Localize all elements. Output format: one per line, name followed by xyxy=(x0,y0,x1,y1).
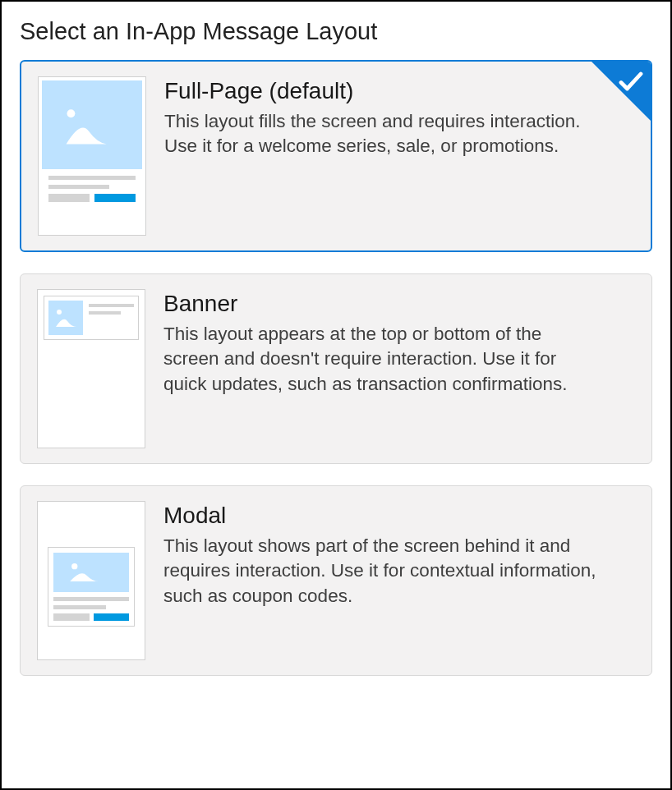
layout-selector-panel: Select an In-App Message Layout xyxy=(0,0,672,790)
option-description: This layout fills the screen and require… xyxy=(164,109,601,159)
layout-option-banner[interactable]: Banner This layout appears at the top or… xyxy=(20,273,652,464)
option-text: Modal This layout shows part of the scre… xyxy=(163,501,635,609)
option-description: This layout appears at the top or bottom… xyxy=(163,322,602,397)
panel-heading: Select an In-App Message Layout xyxy=(20,18,652,45)
option-title: Modal xyxy=(163,503,602,529)
modal-thumbnail xyxy=(37,501,145,660)
layout-option-modal[interactable]: Modal This layout shows part of the scre… xyxy=(20,485,652,676)
svg-point-0 xyxy=(67,109,76,117)
option-title: Banner xyxy=(163,291,602,317)
svg-point-2 xyxy=(71,563,77,568)
option-text: Full-Page (default) This layout fills th… xyxy=(164,76,634,159)
fullpage-thumbnail xyxy=(38,76,146,236)
option-text: Banner This layout appears at the top or… xyxy=(163,289,635,397)
option-description: This layout shows part of the screen beh… xyxy=(163,534,602,609)
banner-thumbnail xyxy=(37,289,145,448)
layout-option-fullpage[interactable]: Full-Page (default) This layout fills th… xyxy=(20,60,652,252)
option-title: Full-Page (default) xyxy=(164,78,601,104)
svg-point-1 xyxy=(57,310,62,315)
selected-check-icon xyxy=(591,62,651,121)
